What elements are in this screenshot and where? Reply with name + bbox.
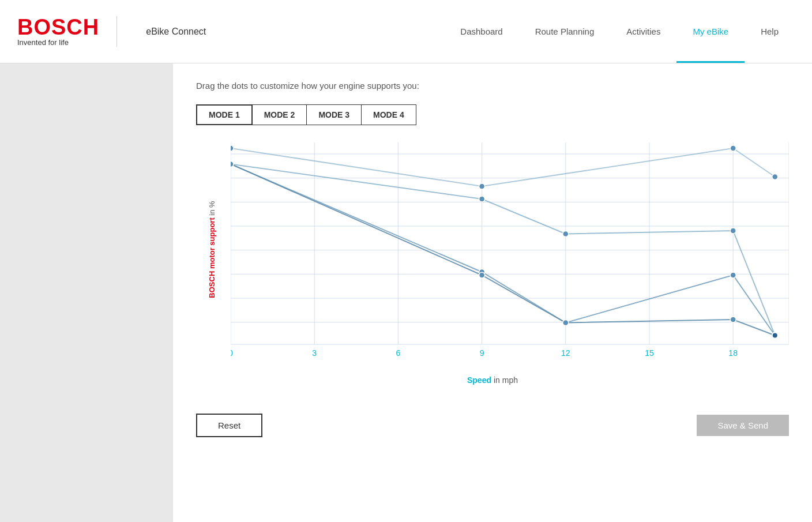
svg-text:6: 6 <box>396 348 400 356</box>
nav-my-ebike[interactable]: My eBike <box>676 0 745 63</box>
nav-route-planning[interactable]: Route Planning <box>519 0 611 63</box>
svg-text:0: 0 <box>231 348 233 356</box>
sidebar <box>0 63 173 522</box>
svg-point-32 <box>479 183 485 189</box>
mode-tab-2[interactable]: MODE 2 <box>252 104 307 125</box>
svg-text:3: 3 <box>312 348 317 356</box>
y-axis-label-wrapper: BOSCH motor support in % <box>196 142 228 356</box>
nav-dashboard[interactable]: Dashboard <box>444 0 518 63</box>
x-label-text: Speed <box>467 375 491 385</box>
x-label-unit: in mph <box>494 375 518 385</box>
bosch-logo: BOSCH <box>17 16 99 38</box>
svg-point-49 <box>772 333 778 339</box>
svg-text:18: 18 <box>728 348 738 356</box>
svg-point-36 <box>479 196 485 202</box>
logo-area: BOSCH Invented for life <box>17 16 117 47</box>
main-nav: Dashboard Route Planning Activities My e… <box>444 0 795 63</box>
mode-tabs: MODE 1 MODE 2 MODE 3 MODE 4 <box>196 104 789 125</box>
chart-svg: 300 250 200 150 100 50 0 0 3 6 9 12 15 1… <box>231 142 789 356</box>
nav-help[interactable]: Help <box>745 0 795 63</box>
svg-point-45 <box>231 162 234 167</box>
y-label-text: BOSCH motor support <box>208 217 216 298</box>
instruction-text: Drag the dots to customize how your engi… <box>196 81 789 91</box>
header: BOSCH Invented for life eBike Connect Da… <box>0 0 812 63</box>
chart-svg-wrapper: 300 250 200 150 100 50 0 0 3 6 9 12 15 1… <box>231 142 789 356</box>
svg-point-48 <box>730 317 736 322</box>
svg-text:15: 15 <box>645 348 654 356</box>
save-button[interactable]: Save & Send <box>697 415 789 436</box>
svg-point-34 <box>772 174 778 180</box>
svg-point-37 <box>563 231 569 237</box>
svg-point-43 <box>730 272 736 278</box>
y-axis-label: BOSCH motor support in % <box>208 201 216 298</box>
app-name: eBike Connect <box>146 27 206 37</box>
svg-point-46 <box>479 272 485 278</box>
mode-tab-4[interactable]: MODE 4 <box>361 104 416 125</box>
nav-activities[interactable]: Activities <box>610 0 676 63</box>
y-label-unit: in % <box>208 201 216 215</box>
main-layout: Drag the dots to customize how your engi… <box>0 63 812 522</box>
chart-container: BOSCH motor support in % <box>196 142 789 385</box>
logo-tagline: Invented for life <box>17 38 99 47</box>
svg-text:12: 12 <box>561 348 570 356</box>
bottom-bar: Reset Save & Send <box>196 408 789 437</box>
svg-text:9: 9 <box>480 348 484 356</box>
svg-point-47 <box>563 320 569 326</box>
svg-point-31 <box>231 145 234 151</box>
reset-button[interactable]: Reset <box>196 414 262 437</box>
mode-tab-3[interactable]: MODE 3 <box>306 104 362 125</box>
x-axis-label: Speed in mph <box>467 375 518 385</box>
mode-tab-1[interactable]: MODE 1 <box>196 104 253 125</box>
main-content: Drag the dots to customize how your engi… <box>173 63 812 522</box>
svg-point-38 <box>730 228 736 234</box>
svg-point-33 <box>730 145 736 151</box>
